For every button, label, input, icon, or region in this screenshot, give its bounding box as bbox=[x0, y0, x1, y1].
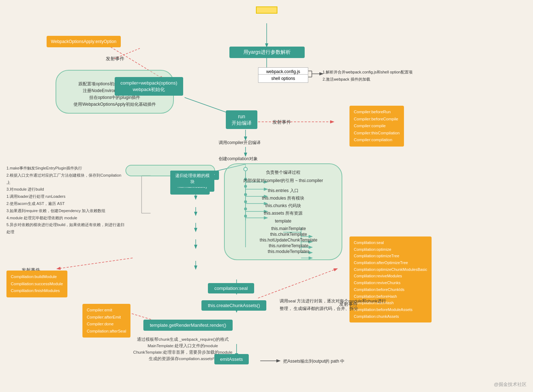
runtime-template: this.runtimeTemplate bbox=[239, 243, 338, 249]
template-desc-4: 生成的资源保存compilation.assets中 bbox=[72, 356, 294, 362]
run-box: run 开始编译 bbox=[226, 110, 257, 129]
template-desc-region: 通过模板帮chunk生成 _webpack_require()的格式 MainT… bbox=[72, 337, 294, 362]
this-assets: this.assets 所有资源 bbox=[228, 210, 338, 217]
emit-event-label-2: 发射事件 bbox=[272, 119, 291, 125]
call-compiler-label: 调用compiler开启编译 bbox=[219, 140, 261, 146]
create-chunk-assets-box: this.createChunkAssets() bbox=[201, 300, 266, 311]
sub-templates: this.mainTemplate this.chunkTemplate thi… bbox=[239, 226, 338, 254]
merge-desc: 1.解析并合并webpack.config.js和shell option配置项… bbox=[323, 69, 413, 83]
template-label: template bbox=[228, 217, 338, 224]
compiler-init-box: compiler=webpack(options) webpack初始化 bbox=[115, 77, 183, 96]
seal-desc: 调用seal 方法进行封装，逐次对每个module和chunk进行整理， 生成编… bbox=[280, 297, 387, 312]
compiler-desc-4: 使用WebpackOptionsApply初始化基础插件 bbox=[61, 101, 168, 108]
chunk-template: this.chunkTemplate bbox=[239, 231, 338, 237]
template-desc-2: MainTemplate:处理入口文件的module bbox=[72, 343, 294, 349]
emit-assets-box: emitAssets bbox=[214, 354, 249, 364]
make-desc: 1.make事件触发SingleEntryPlugin插件执行 2.根据入口文件… bbox=[6, 165, 125, 236]
this-entries: this.entries 入口 bbox=[228, 187, 338, 195]
this-modules: this.modules 所有模块 bbox=[228, 195, 338, 202]
responsible-label: 负责整个编译过程 bbox=[228, 169, 338, 176]
this-chunks: this.chunks 代码块 bbox=[228, 202, 338, 210]
compilation-seal-box: compilation:seal bbox=[208, 283, 254, 293]
hot-update-chunk-template: this.hotUpdateChunkTemplate bbox=[239, 237, 338, 243]
internal-hold-label: 内部保留对compiler的引用 ~ thsi.compiler bbox=[228, 177, 338, 184]
svg-line-22 bbox=[57, 258, 133, 269]
compiler-init-region: compiler=webpack(options) webpack初始化 跟配置… bbox=[56, 70, 174, 114]
template-desc-3: ChunkTemplate:处理非首屏，需要异步加载的module bbox=[72, 350, 294, 355]
template-render-box: template.getRenderManifest.render() bbox=[143, 320, 233, 331]
module-templates: this.moduleTemplates bbox=[239, 249, 338, 254]
emit-event-label-1: 发射事件 bbox=[106, 56, 124, 62]
page-title bbox=[256, 6, 277, 14]
main-template: this.mainTemplate bbox=[239, 226, 338, 231]
shell-options-box: shell options bbox=[258, 74, 308, 83]
create-compilation-label: 创建compilation对象 bbox=[219, 156, 258, 162]
compilation-region: 负责整个编译过程 内部保留对compiler的引用 ~ thsi.compile… bbox=[224, 163, 342, 260]
diagram-container: 用yargs进行参数解析 webpack.config.js shell opt… bbox=[0, 0, 533, 392]
watermark: @掘金技术社区 bbox=[494, 381, 527, 388]
svg-line-28 bbox=[258, 269, 337, 298]
yargs-node: 用yargs进行参数解析 bbox=[229, 47, 305, 58]
yargs-box: 用yargs进行参数解析 bbox=[229, 47, 305, 58]
template-desc-1: 通过模板帮chunk生成 _webpack_require()的格式 bbox=[72, 337, 294, 342]
make-region: make 分析入口文件 创建模块对象 compilation.addEntry … bbox=[125, 165, 215, 176]
emit-assets-desc: 把Assets输出到output的 path 中 bbox=[283, 358, 344, 364]
recursive-module-box: 递归处理依赖的模块 bbox=[170, 171, 214, 187]
